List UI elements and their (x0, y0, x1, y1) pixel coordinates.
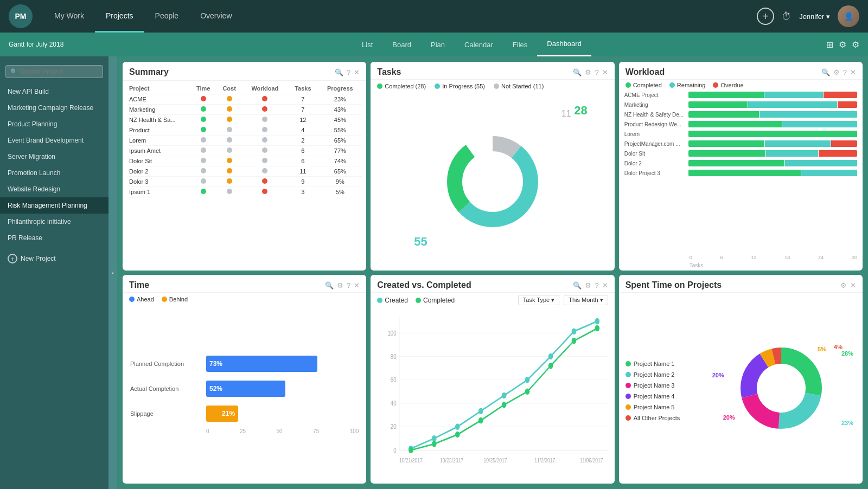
table-row: Lorem 2 65% (127, 136, 362, 146)
sub-nav-calendar[interactable]: Calendar (455, 33, 503, 56)
svg-point-35 (525, 389, 530, 395)
time-track-actual: 52% (206, 381, 359, 397)
row-project: Dolor 3 (127, 177, 190, 187)
workload-info-icon[interactable]: ? (843, 68, 847, 76)
time-bar-actual: 52% (206, 381, 285, 397)
row-workload (242, 115, 288, 125)
row-time (190, 187, 216, 197)
sub-nav-dashboard[interactable]: Dashboard (537, 33, 591, 56)
tasks-settings-icon[interactable]: ⚙ (585, 68, 591, 76)
sub-nav-files[interactable]: Files (503, 33, 537, 56)
tasks-close-icon[interactable]: ✕ (602, 68, 608, 76)
cvc-info-icon[interactable]: ? (595, 281, 598, 289)
cvc-search-icon[interactable]: 🔍 (573, 281, 582, 289)
svg-point-38 (595, 325, 600, 332)
col-progress: Progress (318, 83, 362, 94)
time-search-icon[interactable]: 🔍 (325, 281, 334, 289)
sidebar-item-risk[interactable]: Risk Management Planning (0, 197, 108, 214)
wl-completed-bar (688, 131, 857, 137)
wl-row-bars (688, 92, 857, 98)
svg-text:40: 40 (391, 400, 397, 407)
sidebar-item-server[interactable]: Server Migration (0, 149, 108, 165)
row-time (190, 177, 216, 187)
svg-text:11/06/2017: 11/06/2017 (580, 457, 603, 464)
nav-item-projects[interactable]: Projects (95, 0, 144, 33)
spent-close-icon[interactable]: ✕ (850, 281, 856, 289)
svg-point-36 (548, 363, 553, 369)
svg-point-34 (502, 402, 507, 408)
summary-search-icon[interactable]: 🔍 (335, 68, 343, 76)
search-input[interactable] (20, 68, 98, 75)
time-settings-icon[interactable]: ⚙ (337, 281, 343, 289)
sidebar-item-promotion[interactable]: Promotion Launch (0, 165, 108, 181)
wl-row-label: Dolor 2 (624, 160, 688, 166)
wl-row-label: Lorem (624, 131, 688, 137)
sub-nav-board[interactable]: Board (382, 33, 421, 56)
wl-row-bars (688, 160, 857, 166)
row-progress: 55% (318, 125, 362, 136)
workload-search-icon[interactable]: 🔍 (821, 68, 830, 76)
svg-point-22 (432, 435, 437, 442)
summary-close-icon[interactable]: ✕ (354, 68, 360, 76)
sidebar-item-newapibuild[interactable]: New API Build (0, 83, 108, 100)
table-row: Product 4 55% (127, 125, 362, 136)
sidebar-item-pr[interactable]: PR Release (0, 230, 108, 246)
tasks-title: Tasks (377, 67, 573, 77)
row-workload (242, 156, 288, 166)
task-type-filter[interactable]: Task Type ▾ (518, 295, 559, 305)
pct-5: 5% (818, 346, 826, 352)
workload-axis: 0 6 12 18 24 30 (619, 254, 863, 262)
row-time (190, 156, 216, 166)
sidebar-item-philanthropic[interactable]: Philanthropic Initiative (0, 214, 108, 230)
sidebar-item-website[interactable]: Website Redesign (0, 181, 108, 197)
table-row: NZ Health & Sa... 12 45% (127, 115, 362, 125)
sidebar-item-product[interactable]: Product Planning (0, 116, 108, 132)
tasks-info-icon[interactable]: ? (595, 68, 598, 76)
workload-close-icon[interactable]: ✕ (850, 68, 856, 76)
workload-settings-icon[interactable]: ⚙ (833, 68, 840, 76)
table-row: Ipsum 1 3 5% (127, 187, 362, 197)
wl-row-label: NZ Health & Safety De... (624, 112, 688, 118)
wl-row-bars (688, 170, 857, 176)
col-project: Project (127, 83, 190, 94)
row-cost (216, 166, 242, 177)
time-info-icon[interactable]: ? (347, 281, 350, 289)
row-workload (242, 136, 288, 146)
sidebar-item-marketing[interactable]: Marketing Campaign Release (0, 100, 108, 116)
time-close-icon[interactable]: ✕ (354, 281, 360, 289)
tasks-search-icon[interactable]: 🔍 (573, 68, 582, 76)
summary-info-icon[interactable]: ? (347, 68, 350, 76)
table-row: Marketing 7 43% (127, 105, 362, 115)
sub-nav-list[interactable]: List (352, 33, 382, 56)
cvc-header: Created vs. Completed 🔍 ⚙ ? ✕ (371, 275, 614, 293)
svg-point-33 (478, 417, 483, 424)
settings-icon[interactable]: ⚙ (852, 40, 859, 50)
clock-icon[interactable]: ⏱ (782, 11, 792, 22)
workload-row: Dolor 2 (624, 160, 857, 166)
svg-text:10/25/2017: 10/25/2017 (484, 457, 507, 464)
spent-settings-icon[interactable]: ⚙ (840, 281, 847, 289)
row-cost (216, 105, 242, 115)
sub-nav-plan[interactable]: Plan (421, 33, 455, 56)
nav-item-mywork[interactable]: My Work (43, 0, 95, 33)
nav-item-overview[interactable]: Overview (189, 0, 242, 33)
search-box[interactable]: 🔍 (5, 65, 103, 78)
svg-text:11/2/2017: 11/2/2017 (535, 457, 556, 464)
add-icon[interactable]: + (757, 8, 774, 25)
time-label-planned: Planned Completion (130, 361, 206, 367)
wl-overdue-dot (713, 82, 718, 88)
sidebar-collapse-button[interactable]: ‹ (108, 56, 117, 489)
wl-completed-bar (688, 92, 764, 98)
wl-completed-bar (688, 121, 782, 127)
new-project-button[interactable]: + New Project (0, 248, 108, 269)
sidebar-item-event[interactable]: Event Brand Development (0, 132, 108, 149)
cvc-close-icon[interactable]: ✕ (602, 281, 608, 289)
grid-icon[interactable]: ⊞ (826, 40, 833, 50)
filter-icon[interactable]: ⚙ (839, 40, 846, 50)
cvc-settings-icon[interactable]: ⚙ (585, 281, 591, 289)
this-month-filter[interactable]: This Month ▾ (564, 295, 608, 305)
wl-remaining-bar (748, 101, 837, 108)
svg-point-32 (455, 432, 460, 438)
nav-item-people[interactable]: People (144, 0, 190, 33)
wl-remaining-bar (782, 121, 857, 127)
